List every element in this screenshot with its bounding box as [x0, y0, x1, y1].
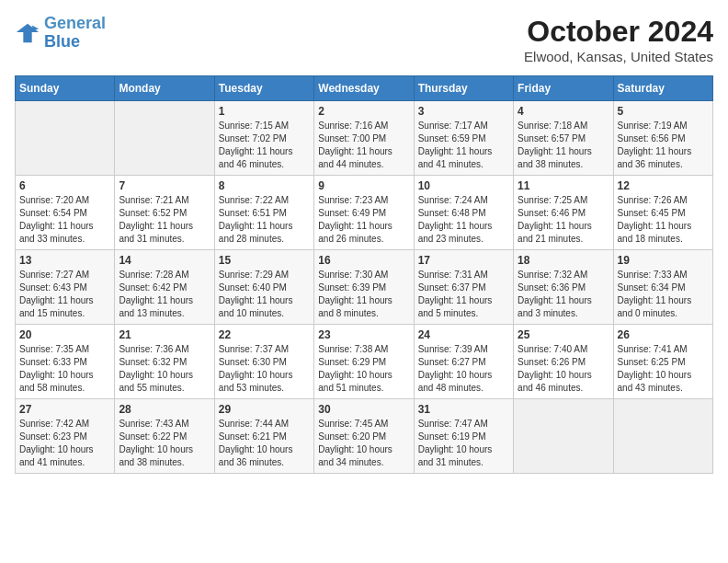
day-number: 19: [618, 254, 709, 267]
header-sunday: Sunday: [16, 76, 115, 101]
day-info: Sunrise: 7:20 AMSunset: 6:54 PMDaylight:…: [19, 194, 110, 246]
day-info: Sunrise: 7:25 AMSunset: 6:46 PMDaylight:…: [518, 194, 609, 246]
calendar-cell: [613, 399, 712, 474]
day-number: 2: [318, 105, 409, 118]
calendar-week-row: 13Sunrise: 7:27 AMSunset: 6:43 PMDayligh…: [16, 250, 713, 325]
calendar-cell: 17Sunrise: 7:31 AMSunset: 6:37 PMDayligh…: [414, 250, 513, 325]
logo-text: General Blue: [44, 15, 106, 52]
day-info: Sunrise: 7:26 AMSunset: 6:45 PMDaylight:…: [618, 194, 709, 246]
calendar-cell: 21Sunrise: 7:36 AMSunset: 6:32 PMDayligh…: [115, 325, 214, 399]
header-thursday: Thursday: [414, 76, 513, 101]
header-saturday: Saturday: [613, 76, 712, 101]
calendar-cell: 1Sunrise: 7:15 AMSunset: 7:02 PMDaylight…: [214, 101, 313, 176]
day-number: 13: [19, 254, 110, 267]
day-number: 3: [418, 105, 509, 118]
calendar-cell: 8Sunrise: 7:22 AMSunset: 6:51 PMDaylight…: [214, 176, 313, 250]
day-number: 31: [418, 403, 509, 416]
day-info: Sunrise: 7:35 AMSunset: 6:33 PMDaylight:…: [19, 343, 110, 395]
calendar-week-row: 20Sunrise: 7:35 AMSunset: 6:33 PMDayligh…: [16, 325, 713, 399]
calendar-cell: 2Sunrise: 7:16 AMSunset: 7:00 PMDaylight…: [314, 101, 414, 176]
calendar-cell: 7Sunrise: 7:21 AMSunset: 6:52 PMDaylight…: [115, 176, 214, 250]
day-info: Sunrise: 7:37 AMSunset: 6:30 PMDaylight:…: [219, 343, 310, 395]
day-info: Sunrise: 7:42 AMSunset: 6:23 PMDaylight:…: [19, 418, 110, 469]
day-info: Sunrise: 7:39 AMSunset: 6:27 PMDaylight:…: [418, 343, 509, 395]
calendar-cell: 5Sunrise: 7:19 AMSunset: 6:56 PMDaylight…: [613, 101, 712, 176]
calendar-cell: 9Sunrise: 7:23 AMSunset: 6:49 PMDaylight…: [314, 176, 414, 250]
day-info: Sunrise: 7:18 AMSunset: 6:57 PMDaylight:…: [518, 120, 609, 171]
calendar-week-row: 27Sunrise: 7:42 AMSunset: 6:23 PMDayligh…: [16, 399, 713, 474]
day-number: 29: [219, 403, 310, 416]
day-info: Sunrise: 7:41 AMSunset: 6:25 PMDaylight:…: [618, 343, 709, 395]
logo: General Blue: [15, 15, 106, 52]
calendar-cell: 24Sunrise: 7:39 AMSunset: 6:27 PMDayligh…: [414, 325, 513, 399]
calendar-subtitle: Elwood, Kansas, United States: [524, 49, 713, 64]
calendar-cell: [514, 399, 613, 474]
day-number: 17: [418, 254, 509, 267]
calendar-table: SundayMondayTuesdayWednesdayThursdayFrid…: [15, 75, 713, 474]
day-number: 1: [219, 105, 310, 118]
header-tuesday: Tuesday: [214, 76, 313, 101]
calendar-title: October 2024: [524, 15, 713, 49]
calendar-cell: 11Sunrise: 7:25 AMSunset: 6:46 PMDayligh…: [514, 176, 613, 250]
calendar-cell: [115, 101, 214, 176]
calendar-cell: 26Sunrise: 7:41 AMSunset: 6:25 PMDayligh…: [613, 325, 712, 399]
day-number: 5: [618, 105, 709, 118]
day-number: 16: [318, 254, 409, 267]
day-info: Sunrise: 7:33 AMSunset: 6:34 PMDaylight:…: [618, 269, 709, 320]
calendar-cell: 15Sunrise: 7:29 AMSunset: 6:40 PMDayligh…: [214, 250, 313, 325]
day-info: Sunrise: 7:21 AMSunset: 6:52 PMDaylight:…: [119, 194, 210, 246]
calendar-week-row: 6Sunrise: 7:20 AMSunset: 6:54 PMDaylight…: [16, 176, 713, 250]
day-info: Sunrise: 7:27 AMSunset: 6:43 PMDaylight:…: [19, 269, 110, 320]
calendar-cell: 6Sunrise: 7:20 AMSunset: 6:54 PMDaylight…: [16, 176, 115, 250]
calendar-cell: [16, 101, 115, 176]
day-number: 10: [418, 179, 509, 192]
day-number: 12: [618, 179, 709, 192]
title-block: October 2024 Elwood, Kansas, United Stat…: [524, 15, 713, 64]
day-number: 7: [119, 179, 210, 192]
day-number: 22: [219, 328, 310, 341]
day-number: 8: [219, 179, 310, 192]
calendar-cell: 22Sunrise: 7:37 AMSunset: 6:30 PMDayligh…: [214, 325, 313, 399]
calendar-cell: 23Sunrise: 7:38 AMSunset: 6:29 PMDayligh…: [314, 325, 414, 399]
day-info: Sunrise: 7:22 AMSunset: 6:51 PMDaylight:…: [219, 194, 310, 246]
calendar-cell: 13Sunrise: 7:27 AMSunset: 6:43 PMDayligh…: [16, 250, 115, 325]
header-friday: Friday: [514, 76, 613, 101]
day-number: 20: [19, 328, 110, 341]
day-info: Sunrise: 7:47 AMSunset: 6:19 PMDaylight:…: [418, 418, 509, 469]
day-info: Sunrise: 7:38 AMSunset: 6:29 PMDaylight:…: [318, 343, 409, 395]
calendar-week-row: 1Sunrise: 7:15 AMSunset: 7:02 PMDaylight…: [16, 101, 713, 176]
header-monday: Monday: [115, 76, 214, 101]
day-number: 11: [518, 179, 609, 192]
day-info: Sunrise: 7:16 AMSunset: 7:00 PMDaylight:…: [318, 120, 409, 171]
day-number: 30: [318, 403, 409, 416]
day-info: Sunrise: 7:45 AMSunset: 6:20 PMDaylight:…: [318, 418, 409, 469]
day-info: Sunrise: 7:32 AMSunset: 6:36 PMDaylight:…: [518, 269, 609, 320]
day-info: Sunrise: 7:19 AMSunset: 6:56 PMDaylight:…: [618, 120, 709, 171]
svg-marker-0: [17, 24, 39, 43]
calendar-header-row: SundayMondayTuesdayWednesdayThursdayFrid…: [16, 76, 713, 101]
calendar-cell: 18Sunrise: 7:32 AMSunset: 6:36 PMDayligh…: [514, 250, 613, 325]
day-number: 9: [318, 179, 409, 192]
day-info: Sunrise: 7:43 AMSunset: 6:22 PMDaylight:…: [119, 418, 210, 469]
logo-bird-icon: [15, 20, 40, 46]
header-wednesday: Wednesday: [314, 76, 414, 101]
day-number: 18: [518, 254, 609, 267]
calendar-cell: 31Sunrise: 7:47 AMSunset: 6:19 PMDayligh…: [414, 399, 513, 474]
day-info: Sunrise: 7:31 AMSunset: 6:37 PMDaylight:…: [418, 269, 509, 320]
page-header: General Blue October 2024 Elwood, Kansas…: [15, 15, 713, 64]
day-info: Sunrise: 7:29 AMSunset: 6:40 PMDaylight:…: [219, 269, 310, 320]
day-number: 28: [119, 403, 210, 416]
calendar-cell: 27Sunrise: 7:42 AMSunset: 6:23 PMDayligh…: [16, 399, 115, 474]
calendar-cell: 28Sunrise: 7:43 AMSunset: 6:22 PMDayligh…: [115, 399, 214, 474]
calendar-cell: 14Sunrise: 7:28 AMSunset: 6:42 PMDayligh…: [115, 250, 214, 325]
calendar-cell: 4Sunrise: 7:18 AMSunset: 6:57 PMDaylight…: [514, 101, 613, 176]
calendar-cell: 16Sunrise: 7:30 AMSunset: 6:39 PMDayligh…: [314, 250, 414, 325]
day-number: 24: [418, 328, 509, 341]
day-info: Sunrise: 7:40 AMSunset: 6:26 PMDaylight:…: [518, 343, 609, 395]
day-number: 4: [518, 105, 609, 118]
day-number: 23: [318, 328, 409, 341]
calendar-cell: 29Sunrise: 7:44 AMSunset: 6:21 PMDayligh…: [214, 399, 313, 474]
day-number: 6: [19, 179, 110, 192]
calendar-cell: 20Sunrise: 7:35 AMSunset: 6:33 PMDayligh…: [16, 325, 115, 399]
day-number: 21: [119, 328, 210, 341]
